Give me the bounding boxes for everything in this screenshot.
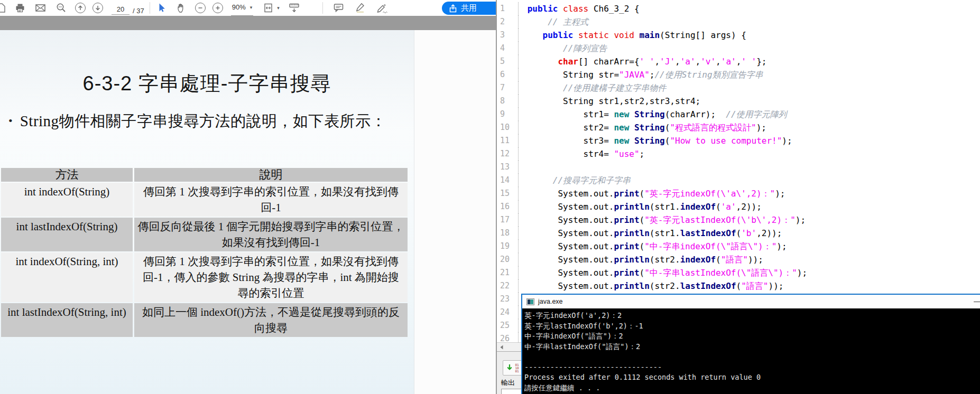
code-text: System.out.println(str1.lastIndexOf('b',… <box>519 228 782 238</box>
code-text: System.out.print("英-字元indexOf(\'a\',2)："… <box>519 189 785 199</box>
sign-icon[interactable] <box>376 1 389 15</box>
line-number: 8 <box>497 95 519 108</box>
line-number: 15 <box>497 187 519 200</box>
code-text: //使用建構子建立字串物件 <box>519 83 666 93</box>
email-icon[interactable] <box>34 1 47 15</box>
line-number: 7 <box>497 81 519 95</box>
zoom-in-icon[interactable] <box>212 3 223 13</box>
save-icon[interactable] <box>0 1 7 15</box>
code-line[interactable]: 2 // 主程式 <box>497 15 980 29</box>
bullet-text: String物件相關子字串搜尋方法的說明，如下表所示： <box>20 108 403 134</box>
compile-log-button[interactable]: 011001 <box>503 360 523 376</box>
console-line: -------------------------------- <box>524 362 978 373</box>
code-line[interactable]: 7 //使用建構子建立字串物件 <box>497 81 980 95</box>
table-header-description: 說明 <box>134 168 408 182</box>
chevron-down-icon: ▾ <box>250 5 253 10</box>
console-window-icon <box>526 298 534 305</box>
code-text: //陣列宣告 <box>519 43 607 53</box>
table-cell-description: 傳回第 1 次搜尋到字串的索引位置，如果沒有找到傳回-1，傳入的參數 Strin… <box>134 252 408 302</box>
page-total-label: / 37 <box>133 7 144 15</box>
code-line[interactable]: 10 str2= new String("程式語言的程式設計"); <box>497 121 980 134</box>
line-number: 16 <box>497 200 519 213</box>
line-number: 22 <box>497 279 519 293</box>
search-icon[interactable] <box>56 1 67 15</box>
line-number: 9 <box>497 108 519 121</box>
code-text: System.out.print("中-字串lastIndexOf(\"語言\"… <box>519 268 807 278</box>
table-cell-method: int lastIndexOf(String) <box>1 218 133 251</box>
console-window[interactable]: java.exe — 英-字元indexOf('a',2)：2英-字元lastI… <box>521 294 980 394</box>
code-text: String str1,str2,str3,str4; <box>519 96 700 106</box>
line-number: 3 <box>497 29 519 42</box>
highlight-icon[interactable] <box>354 1 366 15</box>
console-line: 英-字元lastIndexOf('b',2)：-1 <box>524 321 978 332</box>
slide-bullet: • String物件相關子字串搜尋方法的說明，如下表所示： <box>8 108 406 134</box>
line-number: 4 <box>497 42 519 55</box>
line-number: 24 <box>497 306 519 319</box>
table-cell-description: 傳回第 1 次搜尋到字串的索引位置，如果沒有找到傳回-1 <box>134 183 408 217</box>
code-line[interactable]: 6 String str="JAVA";//使用String類別宣告字串 <box>497 68 980 81</box>
page-edge <box>414 30 414 394</box>
output-box[interactable] <box>501 389 523 394</box>
line-number: 23 <box>497 293 519 306</box>
code-text: str3= new String("How to use computer!")… <box>519 136 792 146</box>
hand-tool-icon[interactable] <box>175 1 187 15</box>
console-line: 中-字串indexOf("語言")：2 <box>524 331 978 342</box>
code-line[interactable]: 18 System.out.println(str1.lastIndexOf('… <box>497 227 980 240</box>
pdf-slide: 6-3-2 字串處理-子字串搜尋 • String物件相關子字串搜尋方法的說明，… <box>0 30 496 394</box>
chevron-down-icon[interactable]: ▾ <box>277 5 280 11</box>
code-text: System.out.print("英-字元lastIndexOf(\'b\',… <box>519 215 806 225</box>
comment-icon[interactable] <box>332 1 345 15</box>
slide-title: 6-3-2 字串處理-子字串搜尋 <box>0 70 414 97</box>
share-button[interactable]: 共用 <box>442 2 496 15</box>
line-number: 12 <box>497 147 519 161</box>
code-line[interactable]: 11 str3= new String("How to use computer… <box>497 134 980 147</box>
print-icon[interactable] <box>14 1 26 15</box>
share-label: 共用 <box>461 3 477 13</box>
code-line[interactable]: 3 public static void main(String[] args)… <box>497 29 980 42</box>
page-background <box>414 30 496 394</box>
scroll-left-icon[interactable] <box>497 343 506 352</box>
bullet-marker: • <box>8 108 13 134</box>
code-text: char[] charArr={' ','J','a','v','a',' '}… <box>519 57 766 67</box>
page-up-icon[interactable] <box>75 3 86 13</box>
console-line <box>524 352 978 362</box>
code-line[interactable]: 13 <box>497 161 980 174</box>
code-line[interactable]: 14 //搜尋字元和子字串 <box>497 174 980 187</box>
code-line[interactable]: 20 System.out.println(str2.indexOf("語言")… <box>497 253 980 266</box>
code-text: System.out.println(str2.lastIndexOf("語言"… <box>519 281 783 291</box>
zoom-level-value: 90% <box>232 3 246 11</box>
code-line[interactable]: 15 System.out.print("英-字元indexOf(\'a\',2… <box>497 187 980 200</box>
code-line[interactable]: 17 System.out.print("英-字元lastIndexOf(\'b… <box>497 213 980 227</box>
line-number: 20 <box>497 253 519 266</box>
fit-width-icon[interactable] <box>263 1 275 15</box>
code-line[interactable]: 4 //陣列宣告 <box>497 42 980 55</box>
screen: 20 / 37 90% ▾ ▾ <box>0 0 980 394</box>
code-text: System.out.println(str2.indexOf("語言")); <box>519 255 763 265</box>
code-line[interactable]: 5 char[] charArr={' ','J','a','v','a',' … <box>497 55 980 68</box>
page-number-control: 20 / 37 <box>112 1 144 15</box>
method-table: 方法說明int indexOf(String)傳回第 1 次搜尋到字串的索引位置… <box>1 168 408 337</box>
code-line[interactable]: 22 System.out.println(str2.lastIndexOf("… <box>497 279 980 293</box>
code-line[interactable]: 1 public class Ch6_3_2 { <box>497 2 980 15</box>
page-number-input[interactable]: 20 <box>112 5 130 15</box>
code-line[interactable]: 8 String str1,str2,str3,str4; <box>497 95 980 108</box>
line-number: 6 <box>497 68 519 81</box>
line-number: 18 <box>497 227 519 240</box>
code-text: public static void main(String[] args) { <box>519 30 746 40</box>
document-top-bar <box>0 16 496 30</box>
code-line[interactable]: 9 str1= new String(charArr); //使用字元陣列 <box>497 108 980 121</box>
console-titlebar[interactable]: java.exe — <box>522 295 980 308</box>
line-number: 14 <box>497 174 519 187</box>
code-line[interactable]: 21 System.out.print("中-字串lastIndexOf(\"語… <box>497 266 980 279</box>
zoom-out-icon[interactable] <box>195 3 206 13</box>
code-line[interactable]: 19 System.out.print("中-字串indexOf(\"語言\")… <box>497 240 980 253</box>
line-number: 11 <box>497 134 519 147</box>
code-line[interactable]: 16 System.out.println(str1.indexOf('a',2… <box>497 200 980 213</box>
zoom-level-control[interactable]: 90% ▾ <box>231 1 254 16</box>
console-title: java.exe <box>538 298 563 305</box>
minimize-button[interactable]: — <box>974 298 980 305</box>
code-line[interactable]: 12 str4= "use"; <box>497 147 980 161</box>
scroll-mode-icon[interactable] <box>288 1 300 15</box>
page-down-icon[interactable] <box>93 3 103 13</box>
select-tool-icon[interactable] <box>155 1 167 15</box>
